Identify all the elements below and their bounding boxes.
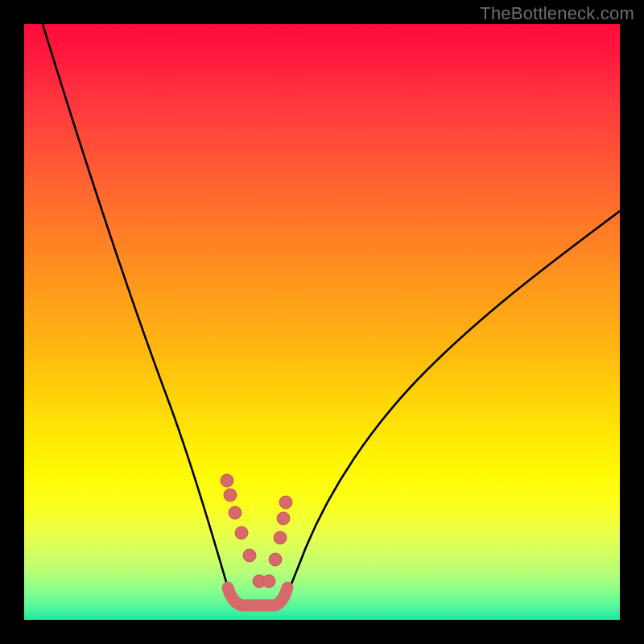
marker-dot: [224, 489, 237, 502]
marker-dot: [279, 496, 292, 509]
marker-dot: [274, 531, 287, 544]
marker-dot: [277, 512, 290, 525]
marker-dot: [221, 474, 233, 487]
plot-area: [24, 24, 620, 620]
marker-dot: [262, 575, 275, 588]
marker-dot: [269, 553, 282, 566]
curve-overlay: [24, 24, 620, 620]
curve-left-branch: [43, 24, 235, 605]
outer-frame: TheBottleneck.com: [0, 0, 644, 644]
marker-group: [221, 474, 292, 588]
watermark-text: TheBottleneck.com: [480, 3, 634, 24]
trough-band: [228, 588, 287, 605]
curve-right-branch: [282, 211, 620, 605]
marker-dot: [229, 506, 242, 519]
marker-dot: [243, 549, 256, 562]
marker-dot: [235, 526, 248, 539]
